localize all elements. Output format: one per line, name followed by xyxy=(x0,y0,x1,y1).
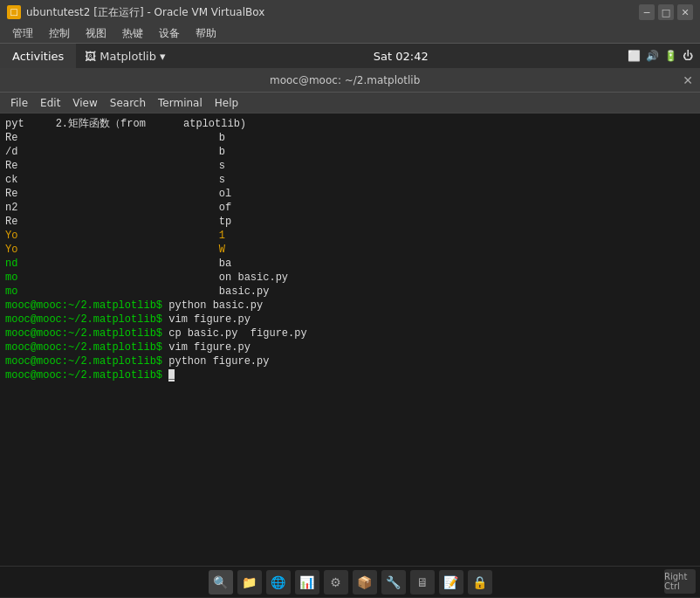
terminal-line: Yo W xyxy=(5,243,695,257)
terminal-line: Yo 1 xyxy=(5,229,695,243)
vm-icon: □ xyxy=(7,5,21,19)
terminal-cursor-line: mooc@mooc:~/2.matplotlib$ _ xyxy=(5,368,695,382)
volume-icon: 🔊 xyxy=(646,50,659,62)
taskbar-icon-app6[interactable]: 📝 xyxy=(439,570,463,595)
taskbar-icon-files[interactable]: 📁 xyxy=(237,570,262,595)
terminal-menu-help[interactable]: Help xyxy=(209,95,244,111)
taskbar-right: Right Ctrl xyxy=(663,566,697,597)
terminal-line: Re tp xyxy=(5,215,695,229)
taskbar-icons: 🔍 📁 🌐 📊 ⚙ 📦 🔧 🖥 📝 🔒 xyxy=(208,570,493,595)
vm-menu-control[interactable]: 控制 xyxy=(42,24,77,43)
terminal-line: mo on basic.py xyxy=(5,271,695,285)
terminal-menu-file[interactable]: File xyxy=(5,95,33,111)
app-name[interactable]: 🖼 Matplotlib ▾ xyxy=(76,50,174,63)
terminal-titlebar: mooc@mooc: ~/2.matplotlib ✕ xyxy=(0,68,700,93)
vm-close-button[interactable]: ✕ xyxy=(677,4,693,20)
activities-button[interactable]: Activities xyxy=(0,44,76,68)
app-icon: 🖼 xyxy=(85,50,96,63)
vm-menu-view[interactable]: 视图 xyxy=(79,24,113,43)
vm-title: ubuntutest2 [正在运行] - Oracle VM VirtualBo… xyxy=(26,5,634,20)
vm-minimize-button[interactable]: ─ xyxy=(639,4,655,20)
terminal-menu-view[interactable]: View xyxy=(67,95,102,111)
battery-icon: 🔋 xyxy=(664,50,677,62)
vm-titlebar: □ ubuntutest2 [正在运行] - Oracle VM Virtual… xyxy=(0,0,700,24)
terminal-line: mooc@mooc:~/2.matplotlib$ vim figure.py xyxy=(5,313,695,326)
terminal-line: mooc@mooc:~/2.matplotlib$ python basic.p… xyxy=(5,299,695,313)
terminal-line: mooc@mooc:~/2.matplotlib$ cp basic.py fi… xyxy=(5,326,695,340)
terminal-menu: File Edit View Search Terminal Help xyxy=(0,93,700,113)
terminal-close-button[interactable]: ✕ xyxy=(683,73,693,87)
vm-maximize-button[interactable]: □ xyxy=(658,4,674,20)
terminal-menu-edit[interactable]: Edit xyxy=(35,95,65,111)
taskbar-icon-browser[interactable]: 🌐 xyxy=(266,570,291,595)
taskbar-keyboard[interactable]: Right Ctrl xyxy=(664,569,696,594)
taskbar: 🔍 📁 🌐 📊 ⚙ 📦 🔧 🖥 📝 🔒 Right Ctrl xyxy=(0,566,700,597)
power-icon: ⏻ xyxy=(683,50,693,62)
terminal-menu-terminal[interactable]: Terminal xyxy=(153,95,208,111)
terminal-window: mooc@mooc: ~/2.matplotlib ✕ File Edit Vi… xyxy=(0,68,700,566)
vm-menu: 管理 控制 视图 热键 设备 帮助 xyxy=(0,24,700,44)
taskbar-icon-app2[interactable]: ⚙ xyxy=(324,570,348,595)
vm-menu-hotkey[interactable]: 热键 xyxy=(115,24,150,43)
taskbar-icon-app1[interactable]: 📊 xyxy=(295,570,319,595)
terminal-line: mooc@mooc:~/2.matplotlib$ python figure.… xyxy=(5,354,695,368)
terminal-content[interactable]: pyt 2.矩阵函数（from atplotlib) Re b /d b Re … xyxy=(0,113,700,515)
terminal-line: mo basic.py xyxy=(5,285,695,299)
terminal-line: pyt 2.矩阵函数（from atplotlib) xyxy=(5,117,695,131)
terminal-line: mooc@mooc:~/2.matplotlib$ vim figure.py xyxy=(5,340,695,354)
taskbar-icon-app4[interactable]: 🔧 xyxy=(381,570,406,595)
terminal-line: Re ol xyxy=(5,187,695,201)
terminal-line: Re s xyxy=(5,159,695,173)
chevron-down-icon: ▾ xyxy=(160,50,166,63)
vm-menu-help[interactable]: 帮助 xyxy=(189,24,223,43)
clock: Sat 02:42 xyxy=(175,50,628,63)
taskbar-icon-app3[interactable]: 📦 xyxy=(353,570,377,595)
tray: ⬜ 🔊 🔋 ⏻ xyxy=(628,50,700,62)
ubuntu-topbar: Activities 🖼 Matplotlib ▾ Sat 02:42 ⬜ 🔊 … xyxy=(0,44,700,68)
vm-controls: ─ □ ✕ xyxy=(639,4,693,20)
terminal-line: /d b xyxy=(5,145,695,159)
taskbar-icon-app5[interactable]: 🖥 xyxy=(410,570,435,595)
screen-icon: ⬜ xyxy=(628,50,641,62)
terminal-menu-search[interactable]: Search xyxy=(105,95,151,111)
terminal-line: Re b xyxy=(5,131,695,145)
taskbar-icon-app7[interactable]: 🔒 xyxy=(468,570,492,595)
terminal-line: nd ba xyxy=(5,257,695,271)
terminal-line: ck s xyxy=(5,173,695,187)
vm-menu-device[interactable]: 设备 xyxy=(152,24,187,43)
taskbar-icon-search[interactable]: 🔍 xyxy=(209,570,233,595)
vm-menu-manage[interactable]: 管理 xyxy=(5,24,40,43)
terminal-line: n2 of xyxy=(5,201,695,215)
terminal-title: mooc@mooc: ~/2.matplotlib xyxy=(7,74,683,86)
